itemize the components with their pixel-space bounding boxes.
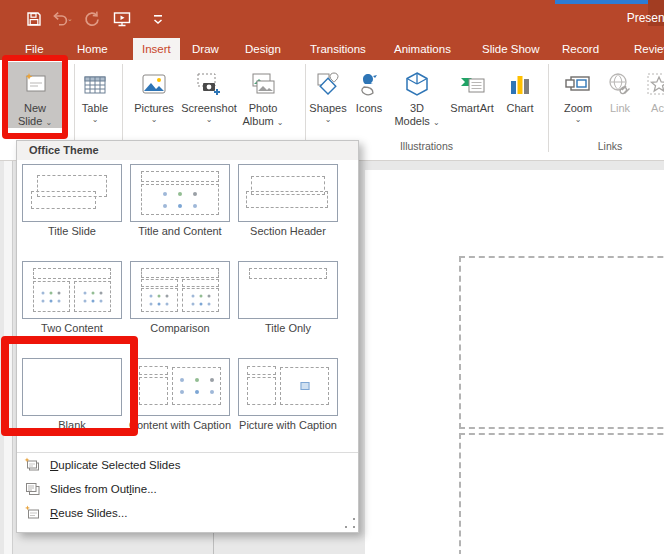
- menu-item-duplicate-selected-slides[interactable]: Duplicate Selected Slides: [17, 453, 358, 477]
- layout-title-and-content[interactable]: [130, 164, 230, 222]
- save-icon[interactable]: [24, 9, 44, 29]
- chevron-down-icon: ⌄: [277, 118, 284, 127]
- layout-content-with-caption[interactable]: [130, 358, 230, 416]
- annotation-box-new-slide: [2, 55, 68, 139]
- layout-label: Comparison: [126, 322, 234, 335]
- layout-label: Title Only: [234, 322, 342, 335]
- tab-transitions[interactable]: Transitions: [310, 38, 366, 60]
- pictures-label: Pictures: [134, 102, 174, 115]
- smartart-button[interactable]: SmartArt: [444, 62, 500, 115]
- layout-label: Two Content: [18, 322, 126, 335]
- pictures-icon: [139, 62, 169, 102]
- 3d-models-label-2: Models ⌄: [394, 115, 439, 128]
- smartart-icon: [457, 62, 487, 102]
- layout-section-header[interactable]: [238, 164, 338, 222]
- chart-icon: [505, 62, 535, 102]
- ribbon-tab-row: FileHomeInsertDrawDesignTransitionsAnima…: [0, 38, 664, 60]
- link-button: Link: [601, 62, 639, 115]
- smartart-label: SmartArt: [450, 102, 493, 115]
- layout-label: Picture with Caption: [234, 419, 342, 432]
- photo-album-label-2: Album ⌄: [243, 115, 284, 128]
- photo-album-icon: [248, 62, 278, 102]
- reuse-slides-icon: [24, 505, 40, 521]
- undo-dropdown-icon[interactable]: ⌄: [67, 15, 73, 23]
- shapes-icon: [313, 62, 343, 102]
- zoom-icon: [563, 62, 593, 102]
- layout-title-only[interactable]: [238, 261, 338, 319]
- action-button: Act: [639, 62, 664, 115]
- icons-button[interactable]: Icons: [349, 62, 389, 115]
- chart-button[interactable]: Chart: [499, 62, 541, 115]
- action-icon: [644, 62, 664, 102]
- group-separator: [548, 64, 549, 152]
- layout-label: Section Header: [234, 225, 342, 238]
- menu-item-slides-from-outline[interactable]: Slides from Outline...: [17, 477, 358, 501]
- layout-comparison[interactable]: [130, 261, 230, 319]
- tab-review[interactable]: Review: [634, 38, 664, 60]
- layout-label: Title and Content: [126, 225, 234, 238]
- 3d-models-label: 3D: [410, 102, 424, 115]
- photo-album-label: Photo: [249, 102, 278, 115]
- chevron-down-icon: ⌄: [206, 115, 213, 124]
- screenshot-button[interactable]: Screenshot⌄: [179, 62, 239, 124]
- 3d-models-icon: [402, 62, 432, 102]
- shapes-label: Shapes: [309, 102, 346, 115]
- chart-label: Chart: [507, 102, 534, 115]
- customize-qat-icon[interactable]: [148, 9, 168, 29]
- layout-two-content[interactable]: [22, 261, 122, 319]
- table-label: Table: [82, 102, 108, 115]
- chevron-down-icon: ⌄: [433, 118, 440, 127]
- menu-item-reuse-slides[interactable]: Reuse Slides...: [17, 501, 358, 525]
- annotation-box-blank: [1, 336, 138, 436]
- tab-home[interactable]: Home: [77, 38, 108, 60]
- layout-label: Title Slide: [18, 225, 126, 238]
- start-from-beginning-icon[interactable]: [112, 9, 132, 29]
- menu-item-label: Duplicate Selected Slides: [50, 459, 180, 471]
- screenshot-label: Screenshot: [181, 102, 237, 115]
- link-icon: [605, 62, 635, 102]
- chevron-down-icon: ⌄: [575, 115, 582, 124]
- pane-divider[interactable]: [213, 533, 214, 554]
- layout-label: Content with Caption: [126, 419, 234, 432]
- chevron-down-icon: ⌄: [92, 115, 99, 124]
- layout-picture-with-caption[interactable]: [238, 358, 338, 416]
- menu-item-label: Slides from Outline...: [50, 483, 157, 495]
- shapes-button[interactable]: Shapes⌄: [305, 62, 351, 124]
- title-placeholder[interactable]: Cli: [459, 256, 664, 429]
- action-label: Act: [651, 102, 664, 115]
- group-separator: [122, 64, 123, 152]
- slides-from-outline-icon: [24, 481, 40, 497]
- group-label-links: Links: [548, 140, 664, 152]
- tab-record[interactable]: Record: [562, 38, 599, 60]
- layout-title-slide[interactable]: [22, 164, 122, 222]
- screenshot-icon: [194, 62, 224, 102]
- top-blue-strip: [555, 0, 648, 4]
- photo-album-button[interactable]: PhotoAlbum ⌄: [239, 62, 287, 128]
- menu-item-label: Reuse Slides...: [50, 507, 127, 519]
- duplicate-slides-icon: [24, 457, 40, 473]
- window-title: Presentat: [627, 11, 664, 25]
- redo-icon[interactable]: [82, 9, 102, 29]
- icons-icon: [354, 62, 384, 102]
- pictures-button[interactable]: Pictures⌄: [127, 62, 181, 124]
- resize-grip-icon[interactable]: [345, 518, 357, 530]
- tab-draw[interactable]: Draw: [192, 38, 219, 60]
- zoom-label: Zoom: [564, 102, 592, 115]
- slide-editing-area[interactable]: Cli: [365, 170, 664, 554]
- table-button[interactable]: Table⌄: [72, 62, 118, 124]
- chevron-down-icon: ⌄: [151, 115, 158, 124]
- dropdown-section-header: Office Theme: [17, 141, 358, 160]
- link-label: Link: [610, 102, 630, 115]
- title-bar: ⌄ Presentat: [0, 0, 664, 38]
- tab-slide-show[interactable]: Slide Show: [482, 38, 540, 60]
- tab-animations[interactable]: Animations: [394, 38, 451, 60]
- table-icon: [80, 62, 110, 102]
- icons-label: Icons: [356, 102, 382, 115]
- chevron-down-icon: ⌄: [325, 115, 332, 124]
- picture-glyph-icon: [300, 382, 309, 390]
- subtitle-placeholder[interactable]: [459, 433, 664, 554]
- zoom-button[interactable]: Zoom⌄: [555, 62, 601, 124]
- tab-insert[interactable]: Insert: [133, 38, 180, 60]
- tab-design[interactable]: Design: [245, 38, 281, 60]
- 3d-models-button[interactable]: 3DModels ⌄: [391, 62, 443, 128]
